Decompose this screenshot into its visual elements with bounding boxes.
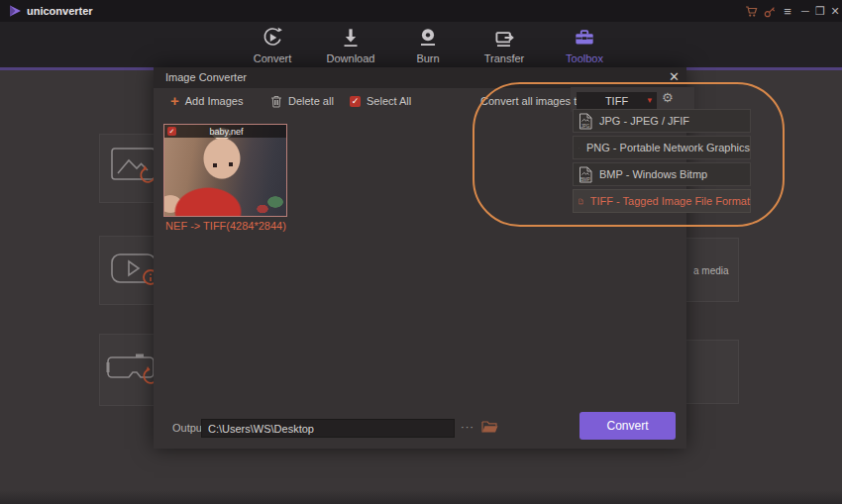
transfer-icon [491,24,517,51]
format-option-tiff[interactable]: TIFF TIFF - Tagged Image File Format [573,189,751,213]
svg-text:TIFF: TIFF [579,202,582,203]
conversion-caption: NEF -> TIFF(4284*2844) [161,220,290,232]
output-path-input[interactable] [201,419,455,438]
main-nav: Convert Download Burn Transfer Toolbox [0,22,842,67]
window-close-icon[interactable]: ✕ [827,4,842,19]
bmp-file-icon: BMP [579,166,592,183]
jpg-file-icon: JPG [579,113,592,130]
maximize-icon[interactable]: ❒ [812,4,828,19]
convert-button[interactable]: Convert [579,412,676,440]
burn-icon [415,24,441,51]
dialog-titlebar: Image Converter ✕ [154,67,686,88]
tab-transfer[interactable]: Transfer [463,24,546,67]
bg-tile-video-tool[interactable] [99,236,158,305]
app-logo-icon [8,5,22,17]
tab-label: Burn [416,52,439,64]
register-key-icon[interactable] [762,4,778,19]
format-select-value: TIFF [605,95,628,107]
convert-to-label: Convert all images to: [480,95,585,107]
add-images-button[interactable]: + Add Images [170,94,243,108]
tile-partial-label: a media [693,264,729,275]
tiff-file-icon: TIFF [579,193,583,210]
trash-icon [270,95,282,108]
item-checkbox[interactable]: ✓ [167,127,176,136]
tab-convert[interactable]: Convert [231,24,314,67]
plus-icon: + [170,95,179,107]
delete-all-button[interactable]: Delete all [270,94,334,108]
dialog-title: Image Converter [165,71,247,83]
browse-dots-button[interactable]: ··· [461,421,474,433]
image-list-item[interactable]: ✓ baby.nef [163,124,287,217]
dialog-close-icon[interactable]: ✕ [669,69,680,84]
file-name: baby.nef [176,127,276,137]
format-option-png[interactable]: PNG PNG - Portable Network Graphics [573,136,751,159]
svg-text:JPG: JPG [581,123,590,128]
tab-label: Transfer [484,52,525,64]
format-settings-gear-icon[interactable]: ⚙ [662,90,674,105]
menu-icon[interactable]: ≡ [780,4,795,19]
format-select[interactable]: TIFF ▾ [577,92,657,110]
tab-burn[interactable]: Burn [386,24,470,67]
bottom-shade [0,490,842,504]
format-option-bmp[interactable]: BMP BMP - Windows Bitmp [573,162,751,186]
app-window: uniconverter ≡ ─ ❒ ✕ Convert Download [0,0,842,504]
png-file-icon: PNG [579,140,579,156]
tab-label: Toolbox [566,52,603,64]
tab-label: Download [327,52,375,64]
open-folder-icon[interactable] [481,420,498,434]
convert-icon [260,24,285,51]
thumbnail-header: ✓ baby.nef [164,125,286,138]
download-icon [338,24,364,51]
svg-text:BMP: BMP [580,176,590,181]
minimize-icon[interactable]: ─ [797,4,813,19]
baby-photo-thumbnail [164,125,286,216]
toolbox-icon [572,24,597,51]
checkbox-checked-icon: ✓ [350,96,361,107]
app-title: uniconverter [27,5,93,17]
tab-label: Convert [254,52,292,64]
tab-toolbox[interactable]: Toolbox [543,24,626,67]
select-all-checkbox[interactable]: ✓ Select All [350,94,411,108]
bg-tile-image-converter[interactable] [99,134,158,203]
format-dropdown-list: JPG JPG - JPEG / JFIF PNG PNG - Portable… [573,109,751,216]
image-converter-dialog: Image Converter ✕ + Add Images Delete al… [154,67,686,449]
tab-download[interactable]: Download [309,24,392,67]
format-option-jpg[interactable]: JPG JPG - JPEG / JFIF [573,109,751,133]
bg-tile-vr-converter[interactable] [99,334,158,406]
chevron-down-icon: ▾ [647,96,652,105]
titlebar: uniconverter ≡ ─ ❒ ✕ [0,0,842,22]
store-cart-icon[interactable] [743,4,759,19]
